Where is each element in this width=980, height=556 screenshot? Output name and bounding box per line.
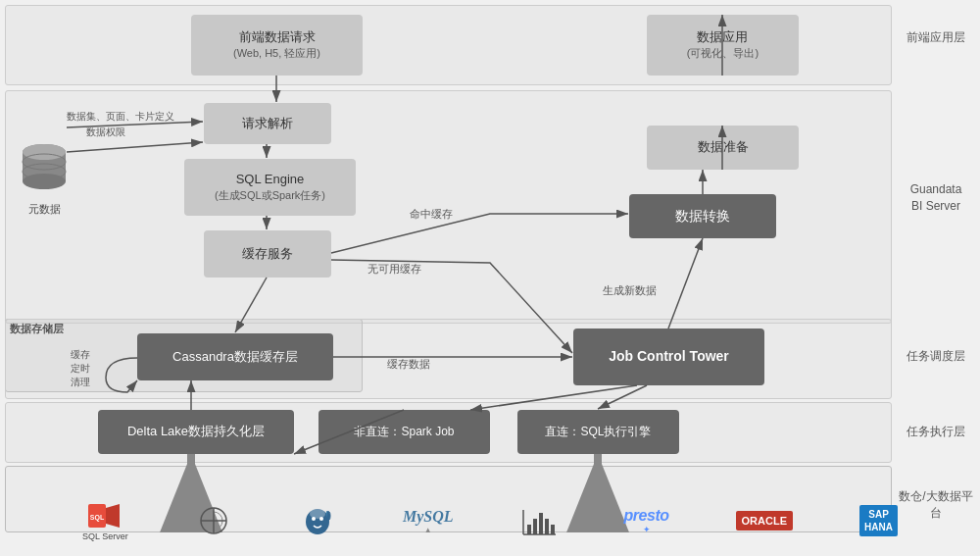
data-prepare-box: 数据准备 [647,126,799,170]
svg-rect-40 [533,519,537,534]
frontend-request-box: 前端数据请求 (Web, H5, 轻应用) [191,15,363,76]
logo-vertica [195,505,232,536]
cache-cycle-label: 缓存定时清理 [71,348,90,389]
svg-point-37 [312,517,316,521]
spark-job-box: 非直连：Spark Job [318,410,490,454]
logo-sqlserver: SQL SQL Server [82,500,128,541]
layer-label-biserver: GuandataBI Server [897,181,975,215]
request-parse-box: 请求解析 [204,103,331,144]
metadata-label: 元数据 [20,202,69,217]
data-app-box: 数据应用 (可视化、导出) [647,15,799,76]
cache-service-box: 缓存服务 [204,230,331,278]
logo-oracle: ORACLE [736,511,793,531]
job-control-tower-box: Job Control Tower [573,329,764,385]
logo-saphana: SAPHANA [859,505,898,536]
cassandra-box: Cassandra数据缓存层 [137,333,333,380]
svg-point-38 [319,517,323,521]
sql-engine-box: SQL Engine (生成SQL或Spark任务) [184,159,356,216]
logos-area: SQL SQL Server [49,500,931,541]
diagram-container: 前端应用层 GuandataBI Server 任务调度层 任务执行层 数仓/大… [0,0,980,556]
logo-mysql: MySQL ▲ [403,508,454,534]
logo-postgresql [299,504,336,538]
delta-lake-box: Delta Lake数据持久化层 [98,410,294,454]
storage-layer-text: 数据存储层 [10,322,64,336]
svg-rect-43 [551,525,555,534]
svg-text:SQL: SQL [90,514,105,522]
dataset-def-label: 数据集、页面、卡片定义 [67,110,174,124]
svg-rect-42 [545,519,549,534]
svg-rect-41 [539,513,543,534]
data-transform-box: 数据转换 [629,194,776,238]
data-permission-label: 数据权限 [86,126,125,139]
svg-point-3 [23,144,66,160]
layer-label-exec: 任务执行层 [897,424,975,440]
svg-point-36 [310,509,325,519]
svg-rect-39 [527,525,531,534]
sql-exec-box: 直连：SQL执行引擎 [517,410,679,454]
svg-point-2 [23,174,66,189]
logo-hive [520,505,558,536]
layer-label-schedule: 任务调度层 [897,348,975,365]
logo-presto: presto ✦ [624,507,669,534]
layer-label-frontend: 前端应用层 [897,29,975,46]
metadata-db-icon: 元数据 [20,142,69,217]
